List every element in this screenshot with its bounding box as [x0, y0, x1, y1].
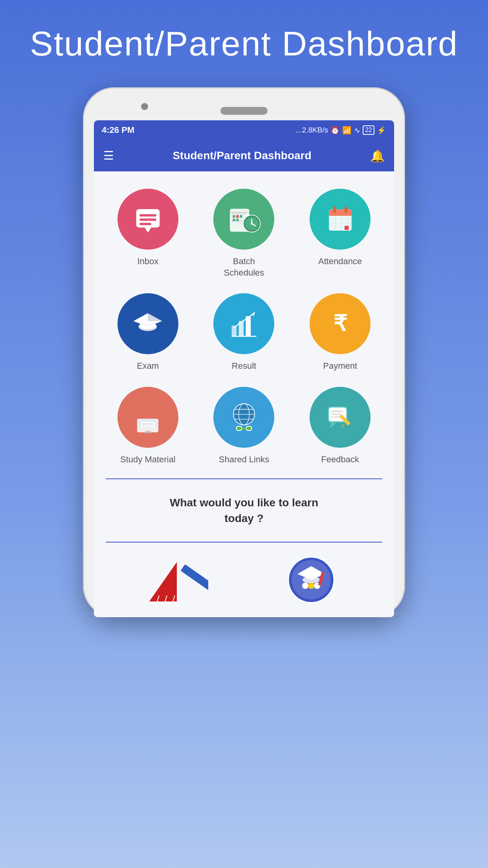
svg-marker-4 — [145, 228, 151, 233]
section-divider-top — [106, 478, 382, 479]
svg-rect-63 — [240, 427, 248, 429]
svg-rect-3 — [139, 223, 151, 225]
menu-button[interactable]: ☰ — [103, 150, 114, 162]
inbox-item[interactable]: Inbox — [102, 183, 194, 284]
result-icon — [226, 306, 262, 342]
app-bar-title: Student/Parent Dashboard — [172, 149, 311, 162]
phone-frame: 4:26 PM ...2.8KB/s ⏰ 📶 ∿ 22 ⚡ ☰ Student/… — [83, 87, 405, 617]
logo-right — [280, 550, 343, 605]
notification-bell-icon[interactable]: 🔔 — [370, 149, 385, 163]
svg-marker-39 — [134, 313, 148, 321]
svg-rect-15 — [233, 215, 235, 217]
attendance-icon-circle — [310, 189, 371, 250]
attendance-icon — [323, 202, 358, 237]
exam-item[interactable]: Exam — [102, 288, 194, 377]
battery-indicator: 22 — [363, 125, 374, 135]
shared-links-icon — [226, 399, 262, 435]
attendance-item[interactable]: Attendance — [294, 183, 386, 284]
svg-rect-2 — [139, 219, 156, 221]
svg-rect-19 — [236, 219, 238, 221]
svg-rect-31 — [344, 226, 349, 230]
phone-top — [94, 99, 394, 115]
content-area: Inbox — [94, 171, 394, 617]
shared-links-label: Shared Links — [219, 454, 269, 465]
shared-links-item[interactable]: Shared Links — [198, 381, 290, 471]
signal-icon: 📶 — [342, 126, 352, 135]
svg-point-86 — [308, 583, 314, 589]
logo-left — [145, 550, 208, 605]
feedback-icon — [323, 399, 358, 435]
vikram-classes-logo — [280, 554, 343, 605]
study-material-label: Study Material — [120, 454, 176, 465]
inbox-icon — [131, 202, 165, 236]
status-icons: ...2.8KB/s ⏰ 📶 ∿ 22 ⚡ — [296, 125, 386, 135]
svg-rect-69 — [331, 411, 343, 412]
batch-label: BatchSchedules — [224, 256, 264, 278]
svg-rect-70 — [331, 414, 341, 415]
study-material-item[interactable]: Study Material — [102, 381, 194, 471]
shared-icon-circle — [213, 387, 274, 448]
camera-notch — [141, 103, 148, 110]
learn-title: What would you like to learn today ? — [110, 495, 378, 526]
attendance-label: Attendance — [318, 256, 362, 267]
svg-rect-22 — [329, 213, 352, 215]
svg-rect-1 — [139, 214, 156, 217]
svg-point-85 — [302, 583, 308, 589]
inbox-label: Inbox — [137, 256, 158, 267]
ruler-pencil-logo — [145, 558, 208, 605]
payment-icon: ₹ — [323, 306, 358, 342]
result-item[interactable]: Result — [198, 288, 290, 377]
feedback-item[interactable]: Feedback — [294, 381, 386, 471]
status-time: 4:26 PM — [102, 125, 134, 135]
result-label: Result — [232, 360, 256, 372]
svg-rect-6 — [231, 213, 246, 215]
svg-marker-73 — [341, 423, 345, 427]
svg-marker-68 — [330, 423, 336, 428]
svg-rect-23 — [333, 206, 336, 213]
exam-label: Exam — [137, 360, 159, 372]
svg-rect-17 — [240, 215, 242, 217]
network-speed: ...2.8KB/s — [296, 126, 328, 134]
svg-rect-80 — [180, 564, 208, 591]
payment-item[interactable]: ₹ Payment — [294, 288, 386, 377]
payment-label: Payment — [323, 360, 357, 372]
exam-icon — [130, 306, 165, 342]
page-title: Student/Parent Dashboard — [30, 24, 458, 64]
svg-point-84 — [303, 576, 320, 583]
feedback-label: Feedback — [321, 454, 359, 465]
svg-rect-18 — [233, 219, 235, 221]
exam-icon-circle — [117, 293, 178, 354]
alarm-icon: ⏰ — [330, 126, 340, 135]
learn-section: What would you like to learn today ? — [102, 483, 386, 533]
payment-icon-circle: ₹ — [310, 293, 371, 354]
batch-icon-circle — [213, 189, 274, 250]
svg-rect-24 — [344, 206, 347, 213]
wifi-icon: ∿ — [354, 126, 360, 135]
app-bar: ☰ Student/Parent Dashboard 🔔 — [94, 140, 394, 171]
batch-item[interactable]: BatchSchedules — [198, 183, 290, 284]
bottom-logos — [102, 542, 386, 605]
svg-rect-16 — [236, 215, 238, 217]
study-material-icon — [130, 399, 165, 435]
dashboard-grid: Inbox — [102, 183, 386, 471]
charging-icon: ⚡ — [377, 126, 386, 135]
result-icon-circle — [213, 293, 274, 354]
phone-screen: 4:26 PM ...2.8KB/s ⏰ 📶 ∿ 22 ⚡ ☰ Student/… — [94, 120, 394, 617]
feedback-icon-circle — [310, 387, 371, 448]
batch-schedules-icon — [226, 202, 262, 237]
svg-point-14 — [251, 223, 253, 224]
svg-marker-38 — [148, 313, 162, 321]
svg-text:₹: ₹ — [333, 311, 347, 336]
inbox-icon-circle — [117, 189, 178, 250]
svg-rect-55 — [144, 432, 152, 433]
status-bar: 4:26 PM ...2.8KB/s ⏰ 📶 ∿ 22 ⚡ — [94, 120, 394, 140]
study-icon-circle — [117, 387, 178, 448]
svg-marker-76 — [149, 562, 177, 601]
speaker-notch — [220, 107, 268, 115]
